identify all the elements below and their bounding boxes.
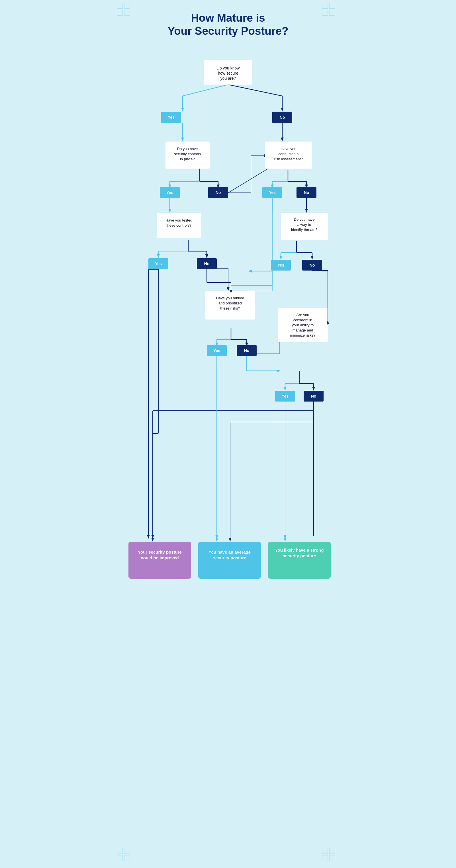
svg-marker-160 (277, 369, 280, 372)
svg-text:security posture: security posture (213, 555, 246, 560)
svg-rect-7 (329, 10, 335, 16)
svg-marker-84 (147, 535, 150, 539)
svg-marker-92 (284, 387, 286, 391)
svg-text:You likely have a strong: You likely have a strong (275, 548, 324, 553)
svg-marker-145 (215, 538, 218, 541)
svg-text:No[interactable]: No (244, 348, 249, 353)
deco-bottomleft (117, 848, 134, 865)
svg-rect-11 (124, 855, 130, 861)
svg-marker-55 (205, 254, 208, 258)
svg-rect-1 (124, 3, 130, 8)
deco-bottomright (322, 848, 339, 865)
svg-text:Your security posture: Your security posture (138, 550, 182, 554)
svg-text:a way to: a way to (297, 222, 311, 227)
svg-text:Yes[interactable]: Yes (281, 394, 288, 398)
q6-box (205, 291, 255, 319)
svg-text:in place?: in place? (180, 157, 194, 161)
svg-text:security controls: security controls (174, 152, 201, 156)
svg-marker-151 (284, 538, 286, 541)
svg-marker-52 (157, 254, 160, 258)
svg-text:identify threats?: identify threats? (291, 227, 317, 232)
svg-marker-149 (229, 538, 232, 541)
svg-rect-13 (329, 848, 335, 854)
svg-text:how secure: how secure (218, 71, 238, 75)
svg-text:these controls?: these controls? (166, 223, 191, 227)
svg-rect-9 (124, 848, 130, 854)
svg-text:Yes[interactable]: Yes (166, 190, 173, 195)
svg-text:No[interactable]: No (204, 261, 209, 266)
svg-text:Yes[interactable]: Yes (213, 348, 220, 353)
svg-line-16 (183, 85, 228, 96)
svg-marker-18 (181, 107, 184, 112)
q1-no-label[interactable]: No (279, 115, 285, 120)
svg-rect-15 (329, 855, 335, 861)
svg-text:No[interactable]: No (304, 190, 309, 195)
svg-text:Do you have: Do you have (177, 147, 197, 151)
svg-text:Yes[interactable]: Yes (277, 263, 284, 268)
q1-text: Do you know (216, 66, 240, 70)
svg-rect-0 (117, 3, 123, 8)
svg-rect-5 (329, 3, 335, 8)
svg-text:conducted a: conducted a (278, 152, 299, 156)
svg-text:Have you ranked: Have you ranked (216, 296, 244, 300)
svg-rect-10 (117, 855, 123, 861)
svg-text:could be improved: could be improved (141, 555, 179, 560)
svg-text:these risks?: these risks? (220, 306, 240, 310)
svg-marker-48 (168, 209, 171, 213)
svg-text:your ability to: your ability to (292, 323, 313, 327)
svg-rect-4 (322, 3, 328, 8)
svg-text:Yes[interactable]: Yes (155, 261, 161, 266)
svg-text:you are?: you are? (220, 76, 236, 81)
svg-text:and prioritized: and prioritized (218, 301, 242, 305)
page-container: How Mature is Your Security Posture? (114, 0, 342, 868)
svg-marker-143 (151, 538, 154, 541)
outcome-strong-box (268, 541, 331, 579)
svg-text:confident in: confident in (293, 318, 312, 322)
svg-text:manage and: manage and (292, 328, 313, 332)
svg-rect-14 (322, 855, 328, 861)
svg-marker-64 (279, 256, 282, 260)
svg-marker-21 (281, 107, 284, 112)
svg-rect-12 (322, 848, 328, 854)
svg-text:Yes[interactable]: Yes (269, 190, 275, 195)
svg-marker-23 (181, 137, 184, 142)
svg-text:minimize risks?: minimize risks? (290, 333, 315, 337)
flowchart: Do you know how secure you are? Yes No D… (120, 52, 336, 593)
svg-text:Have you: Have you (280, 147, 296, 151)
page-title: How Mature is Your Security Posture? (120, 11, 336, 38)
svg-rect-2 (117, 10, 123, 16)
svg-marker-95 (312, 387, 315, 391)
outcome-poor-box (128, 541, 191, 579)
svg-line-19 (228, 85, 282, 96)
q1-yes-label[interactable]: Yes (168, 115, 174, 120)
svg-marker-69 (248, 270, 252, 273)
svg-marker-58 (227, 287, 230, 291)
svg-text:Do you have: Do you have (294, 217, 314, 222)
svg-text:No[interactable]: No (311, 394, 316, 398)
outcome-avg-box (198, 541, 261, 579)
deco-topright (322, 3, 339, 20)
deco-topleft (117, 3, 134, 20)
svg-text:Are you: Are you (296, 313, 309, 317)
svg-text:No[interactable]: No (215, 190, 221, 195)
svg-text:security posture: security posture (282, 553, 316, 558)
svg-rect-6 (322, 10, 328, 16)
svg-text:risk assessment?: risk assessment? (274, 157, 302, 161)
svg-marker-67 (311, 256, 313, 260)
svg-rect-8 (117, 848, 123, 854)
svg-text:You have an average: You have an average (208, 550, 250, 554)
svg-rect-3 (124, 10, 130, 16)
svg-text:Have you tested: Have you tested (165, 218, 192, 222)
svg-marker-25 (281, 137, 284, 142)
svg-marker-60 (305, 209, 308, 213)
svg-text:No[interactable]: No (309, 263, 315, 268)
